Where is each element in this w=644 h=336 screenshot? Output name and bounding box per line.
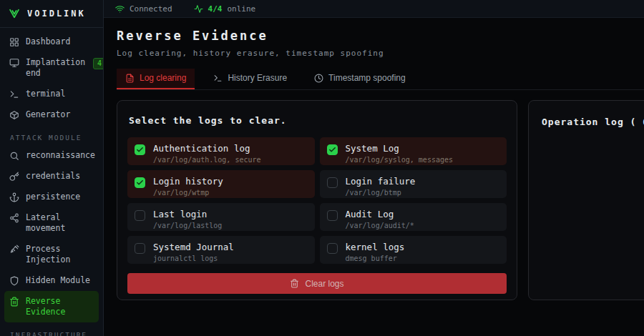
sidebar-item-label: Dashboard bbox=[26, 36, 94, 47]
implant-count-badge: 4 bbox=[93, 58, 104, 69]
page-subtitle: Log clearing, history erasure, timestamp… bbox=[117, 49, 644, 58]
sidebar-item-label: credentials bbox=[26, 171, 94, 182]
shield-icon bbox=[9, 276, 19, 286]
checkbox-unchecked-icon[interactable] bbox=[135, 210, 145, 221]
sidebar-item-dashboard[interactable]: Dashboard bbox=[4, 31, 99, 52]
page-title: Reverse Evidence bbox=[117, 29, 644, 43]
monitor-icon bbox=[9, 58, 19, 68]
search-icon bbox=[9, 151, 19, 161]
agents-status-label: online bbox=[227, 4, 255, 14]
log-option-label: Audit Log bbox=[346, 209, 414, 219]
log-option-path: /var/log/auth.log, secure bbox=[153, 156, 261, 164]
log-option-authentication-log[interactable]: Authentication log/var/log/auth.log, sec… bbox=[127, 137, 315, 165]
log-option-path: /var/log/btmp bbox=[346, 189, 416, 197]
sidebar-item-label: Implantation end bbox=[26, 57, 85, 79]
share-network-icon bbox=[9, 213, 19, 223]
sidebar-item-label: Reverse Evidence bbox=[26, 296, 94, 317]
connection-label: Connected bbox=[130, 4, 172, 14]
clear-logs-button-label: Clear logs bbox=[305, 279, 343, 289]
file-text-icon bbox=[125, 74, 135, 83]
sidebar-nav: Dashboard Implantation end 4 terminal Ge… bbox=[0, 28, 103, 336]
log-option-label: Login failure bbox=[346, 176, 416, 187]
sidebar-item-persistence[interactable]: persistence bbox=[4, 187, 99, 207]
sidebar-item-generator[interactable]: Generator bbox=[4, 104, 99, 125]
tab-timestamp-spoofing[interactable]: Timestamp spoofing bbox=[306, 69, 414, 89]
agents-count: 4/4 bbox=[208, 4, 223, 14]
checkbox-unchecked-icon[interactable] bbox=[135, 243, 145, 254]
tab-log-clearing[interactable]: Log clearing bbox=[117, 69, 195, 89]
tab-history-erasure[interactable]: History Erasure bbox=[205, 69, 296, 89]
terminal-prompt-icon bbox=[9, 89, 19, 99]
log-option-path: /var/log/audit/* bbox=[346, 222, 414, 229]
tab-label: History Erasure bbox=[228, 73, 287, 83]
sidebar-item-credentials[interactable]: credentials bbox=[4, 166, 99, 187]
sidebar-item-label: Generator bbox=[26, 109, 94, 120]
log-checkbox-grid: Authentication log/var/log/auth.log, sec… bbox=[127, 137, 507, 264]
log-option-system-log[interactable]: System Log/var/log/syslog, messages bbox=[320, 137, 507, 165]
sidebar-section-infrastructure: INFRASTRUCTURE bbox=[4, 322, 99, 336]
log-option-label: kernel logs bbox=[346, 242, 405, 252]
syringe-icon bbox=[9, 244, 19, 255]
sidebar-item-label: terminal bbox=[26, 89, 94, 99]
checkbox-checked-icon[interactable] bbox=[135, 177, 145, 188]
log-option-path: /var/log/syslog, messages bbox=[346, 156, 454, 164]
checkbox-checked-icon[interactable] bbox=[327, 144, 338, 155]
log-option-label: Authentication log bbox=[153, 143, 261, 154]
activity-pulse-icon bbox=[194, 4, 203, 14]
tab-label: Timestamp spoofing bbox=[328, 73, 406, 83]
log-option-login-history[interactable]: Login history/var/log/wtmp bbox=[127, 170, 315, 198]
sidebar-item-implantation-end[interactable]: Implantation end 4 bbox=[4, 52, 99, 84]
sidebar-item-label: Process Injection bbox=[26, 244, 94, 265]
anchor-icon bbox=[9, 192, 19, 202]
sidebar-item-reverse-evidence[interactable]: Reverse Evidence bbox=[4, 291, 99, 322]
wifi-icon bbox=[115, 4, 125, 14]
main-area: Connected 4/4 online Reverse Evidence Lo… bbox=[104, 0, 644, 336]
sidebar-item-label: Hidden Module bbox=[26, 275, 94, 286]
log-option-path: dmesg buffer bbox=[346, 255, 405, 262]
sidebar-item-label: reconnaissance bbox=[26, 150, 95, 161]
agents-status: 4/4 online bbox=[194, 4, 256, 14]
trash-icon bbox=[9, 297, 19, 307]
operation-log-heading: Operation log ( 0 ) bbox=[540, 112, 644, 127]
status-topbar: Connected 4/4 online bbox=[104, 0, 644, 18]
voidlink-logo-icon bbox=[9, 8, 20, 19]
key-icon bbox=[9, 172, 19, 182]
checkbox-checked-icon[interactable] bbox=[135, 144, 145, 155]
sidebar-item-reconnaissance[interactable]: reconnaissance bbox=[4, 145, 99, 166]
log-option-path: journalctl logs bbox=[153, 255, 234, 262]
terminal-prompt-icon bbox=[213, 74, 223, 83]
log-option-label: Login history bbox=[153, 176, 223, 187]
app-title: VOIDLINK bbox=[27, 9, 86, 19]
checkbox-unchecked-icon[interactable] bbox=[327, 210, 338, 221]
sidebar-item-process-injection[interactable]: Process Injection bbox=[4, 239, 99, 270]
sidebar-item-label: Lateral movement bbox=[26, 212, 94, 234]
sidebar-section-attack-module: ATTACK MODULE bbox=[4, 125, 99, 145]
log-option-kernel-logs[interactable]: kernel logsdmesg buffer bbox=[320, 236, 507, 264]
page-content: Reverse Evidence Log clearing, history e… bbox=[104, 18, 644, 336]
log-option-audit-log[interactable]: Audit Log/var/log/audit/* bbox=[320, 203, 507, 231]
tab-label: Log clearing bbox=[140, 73, 186, 83]
log-option-login-failure[interactable]: Login failure/var/log/btmp bbox=[320, 170, 507, 198]
log-option-label: System Log bbox=[346, 143, 454, 154]
sidebar-item-label: persistence bbox=[26, 192, 94, 202]
log-option-label: Last login bbox=[153, 209, 222, 219]
log-panel-heading: Select the logs to clear. bbox=[127, 111, 507, 126]
app-logo: VOIDLINK bbox=[0, 0, 103, 28]
log-option-path: /var/log/lastlog bbox=[153, 222, 222, 229]
panels-row: Select the logs to clear. Authentication… bbox=[117, 100, 644, 300]
clear-logs-button[interactable]: Clear logs bbox=[127, 273, 507, 294]
log-option-path: /var/log/wtmp bbox=[153, 189, 223, 197]
dashboard-grid-icon bbox=[9, 37, 19, 47]
sidebar-item-terminal[interactable]: terminal bbox=[4, 84, 99, 104]
checkbox-unchecked-icon[interactable] bbox=[327, 177, 338, 188]
sidebar-item-hidden-module[interactable]: Hidden Module bbox=[4, 270, 99, 291]
package-cube-icon bbox=[9, 110, 19, 120]
clock-icon bbox=[314, 74, 323, 83]
sidebar: VOIDLINK Dashboard Implantation end 4 te… bbox=[0, 0, 104, 336]
log-option-last-login[interactable]: Last login/var/log/lastlog bbox=[127, 203, 315, 231]
checkbox-unchecked-icon[interactable] bbox=[327, 243, 338, 254]
log-clearing-panel: Select the logs to clear. Authentication… bbox=[117, 100, 517, 300]
log-option-systemd-journal[interactable]: Systemd Journaljournalctl logs bbox=[127, 236, 315, 264]
trash-icon bbox=[290, 279, 299, 288]
sidebar-item-lateral-movement[interactable]: Lateral movement bbox=[4, 207, 99, 239]
